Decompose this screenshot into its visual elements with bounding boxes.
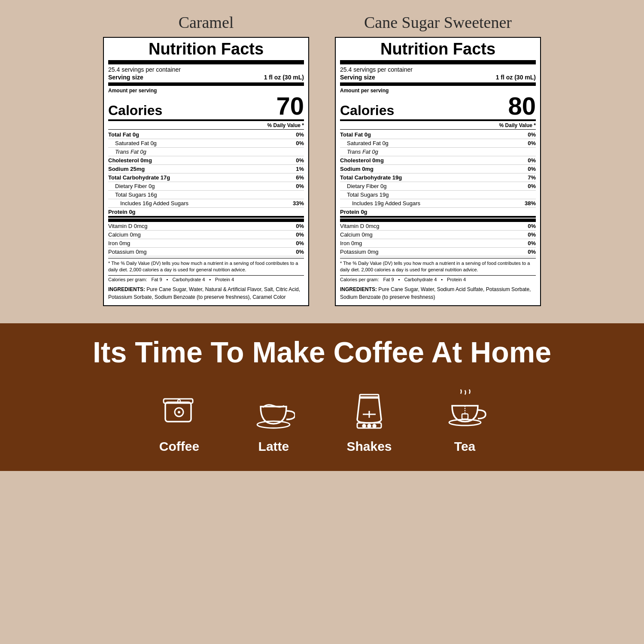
nf-row-potassium-cane: Potassium 0mg 0% [340, 248, 536, 256]
nf-cal-gram-caramel: Calories per gram: Fat 9 • Carbohydrate … [108, 275, 304, 282]
nf-ingredients-caramel: INGREDIENTS: Pure Cane Sugar, Water, Nat… [108, 286, 304, 301]
bottom-tagline: Its Time To Make Coffee At Home [93, 336, 551, 368]
nf-row-vitamind-cane: Vitamin D 0mcg 0% [340, 219, 536, 231]
nf-row-sugars-caramel: Total Sugars 16g [108, 191, 304, 199]
icon-item-coffee: Coffee [158, 389, 200, 454]
nf-row-iron-cane: Iron 0mg 0% [340, 239, 536, 248]
nf-amount-label-caramel: Amount per serving [108, 88, 304, 94]
icon-item-tea: Tea [444, 389, 486, 454]
nf-row-carb-cane: Total Carbohydrate 19g 7% [340, 173, 536, 182]
nf-row-iron-caramel: Iron 0mg 0% [108, 239, 304, 248]
nf-servings-cane-sugar: 25.4 servings per container [340, 66, 536, 73]
nf-row-trans-fat-cane: Trans Fat 0g [340, 148, 536, 156]
icon-item-shakes: Shakes [346, 389, 392, 454]
nf-serving-size-value-caramel: 1 fl oz (30 mL) [264, 74, 304, 81]
nf-row-protein-caramel: Protein 0g [108, 208, 304, 218]
nf-calories-num-caramel: 70 [276, 94, 304, 118]
svg-point-9 [363, 425, 365, 427]
nf-amount-label-cane-sugar: Amount per serving [340, 88, 536, 94]
nf-row-calcium-caramel: Calcium 0mg 0% [108, 231, 304, 239]
nf-serving-size-label-caramel: Serving size [108, 74, 143, 81]
product-col-cane-sugar: Cane Sugar Sweetener Nutrition Facts 25.… [335, 13, 541, 306]
latte-icon [252, 389, 295, 432]
nf-row-potassium-caramel: Potassium 0mg 0% [108, 248, 304, 256]
svg-rect-16 [462, 414, 468, 419]
nf-row-sugars-cane: Total Sugars 19g [340, 191, 536, 199]
nf-title-caramel: Nutrition Facts [108, 40, 304, 64]
nf-row-sat-fat-cane: Saturated Fat 0g 0% [340, 139, 536, 148]
nutrition-label-caramel: Nutrition Facts 25.4 servings per contai… [103, 37, 309, 306]
nf-calories-label-caramel: Calories [108, 103, 162, 118]
nf-footnote-cane: * The % Daily Value (DV) tells you how m… [340, 258, 536, 273]
bottom-section: Its Time To Make Coffee At Home Coffee [0, 323, 644, 471]
icons-row: Coffee Latte [158, 389, 486, 454]
nf-row-calcium-cane: Calcium 0mg 0% [340, 231, 536, 239]
top-section: Caramel Nutrition Facts 25.4 servings pe… [0, 0, 644, 323]
nf-row-sodium-caramel: Sodium 25mg 1% [108, 165, 304, 173]
icon-item-latte: Latte [252, 389, 295, 454]
nf-row-total-fat-cane: Total Fat 0g 0% [340, 131, 536, 139]
nutrition-label-cane-sugar: Nutrition Facts 25.4 servings per contai… [335, 37, 541, 306]
svg-point-2 [178, 400, 180, 402]
nf-calories-label-cane-sugar: Calories [340, 103, 394, 118]
nf-row-sat-fat-caramel: Saturated Fat 0g 0% [108, 139, 304, 148]
nf-title-cane-sugar: Nutrition Facts [340, 40, 536, 64]
shakes-label: Shakes [346, 439, 392, 454]
svg-point-10 [368, 425, 371, 427]
nf-row-vitamind-caramel: Vitamin D 0mcg 0% [108, 219, 304, 231]
nf-serving-size-value-cane-sugar: 1 fl oz (30 mL) [496, 74, 536, 81]
latte-label: Latte [258, 439, 289, 454]
product-title-caramel: Caramel [179, 13, 234, 32]
nf-dv-header-cane-sugar: % Daily Value * [340, 122, 536, 130]
nf-serving-size-row-cane-sugar: Serving size 1 fl oz (30 mL) [340, 74, 536, 86]
shakes-icon [348, 389, 391, 432]
nf-row-added-sugars-cane: Includes 19g Added Sugars 38% [340, 199, 536, 208]
nf-servings-caramel: 25.4 servings per container [108, 66, 304, 73]
nf-calories-num-cane-sugar: 80 [508, 94, 536, 118]
product-col-caramel: Caramel Nutrition Facts 25.4 servings pe… [103, 13, 309, 306]
product-title-cane-sugar: Cane Sugar Sweetener [364, 13, 512, 32]
nf-serving-size-label-cane-sugar: Serving size [340, 74, 375, 81]
nf-row-fiber-caramel: Dietary Fiber 0g 0% [108, 182, 304, 191]
svg-point-11 [373, 425, 376, 427]
nf-row-total-fat-caramel: Total Fat 0g 0% [108, 131, 304, 139]
nf-row-sodium-cane: Sodium 0mg 0% [340, 165, 536, 173]
nf-calories-row-caramel: Calories 70 [108, 94, 304, 121]
nf-ingredients-cane: INGREDIENTS: Pure Cane Sugar, Water, Sod… [340, 286, 536, 301]
nf-row-carb-caramel: Total Carbohydrate 17g 6% [108, 173, 304, 182]
coffee-label: Coffee [159, 439, 199, 454]
svg-rect-7 [360, 395, 379, 398]
nf-cal-gram-cane: Calories per gram: Fat 9 • Carbohydrate … [340, 275, 536, 282]
tea-label: Tea [454, 439, 475, 454]
nf-row-added-sugars-caramel: Includes 16g Added Sugars 33% [108, 199, 304, 208]
nf-row-fiber-cane: Dietary Fiber 0g 0% [340, 182, 536, 191]
nf-row-cholesterol-caramel: Cholesterol 0mg 0% [108, 156, 304, 165]
nf-dv-header-caramel: % Daily Value * [108, 122, 304, 130]
svg-point-14 [449, 419, 481, 425]
svg-point-6 [257, 421, 290, 428]
coffee-icon [158, 389, 200, 432]
nf-row-protein-cane: Protein 0g [340, 208, 536, 218]
nf-footnote-caramel: * The % Daily Value (DV) tells you how m… [108, 258, 304, 273]
tea-icon [444, 389, 486, 432]
nf-calories-row-cane-sugar: Calories 80 [340, 94, 536, 121]
nf-row-cholesterol-cane: Cholesterol 0mg 0% [340, 156, 536, 165]
nf-serving-size-row-caramel: Serving size 1 fl oz (30 mL) [108, 74, 304, 86]
nf-row-trans-fat-caramel: Trans Fat 0g [108, 148, 304, 156]
